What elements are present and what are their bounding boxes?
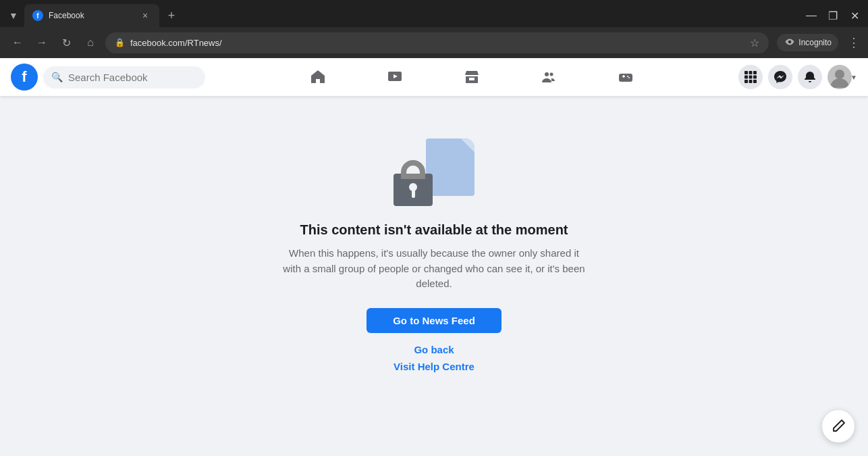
window-controls: — ❐ ✕ [803, 7, 863, 24]
main-content: This content isn't available at the mome… [0, 96, 868, 420]
search-icon: 🔍 [51, 72, 63, 82]
grid-menu-button[interactable] [738, 65, 763, 89]
svg-point-11 [627, 76, 628, 77]
error-description: When this happens, it's usually because … [279, 246, 589, 292]
svg-point-0 [788, 41, 792, 44]
tab-close-button[interactable]: × [139, 9, 151, 22]
close-button[interactable]: ✕ [846, 7, 863, 24]
incognito-label: Incognito [798, 38, 832, 47]
lock-shackle [401, 160, 425, 179]
error-illustration [394, 138, 474, 206]
browser-tab[interactable]: f Facebook × [24, 4, 159, 27]
svg-point-12 [628, 77, 630, 78]
nav-home[interactable] [281, 61, 355, 93]
error-container: This content isn't available at the mome… [265, 111, 603, 405]
nav-watch[interactable] [358, 61, 432, 93]
svg-rect-21 [753, 80, 757, 83]
back-button[interactable]: ← [8, 33, 27, 52]
nav-center [205, 61, 738, 93]
svg-rect-20 [749, 80, 753, 83]
minimize-button[interactable]: — [803, 7, 819, 24]
facebook-app: f 🔍 [0, 58, 868, 420]
facebook-logo[interactable]: f [11, 64, 38, 91]
svg-rect-17 [749, 76, 753, 79]
incognito-icon [784, 36, 796, 49]
home-button[interactable]: ⌂ [81, 33, 100, 52]
svg-rect-14 [749, 71, 753, 74]
user-avatar [828, 65, 852, 89]
browser-menu-button[interactable]: ⋮ [848, 35, 860, 50]
forward-button[interactable]: → [32, 33, 51, 52]
notifications-button[interactable] [798, 65, 822, 89]
avatar-chevron: ▼ [850, 74, 857, 81]
incognito-indicator: Incognito [777, 34, 838, 51]
svg-point-1 [786, 41, 788, 43]
maximize-button[interactable]: ❐ [825, 7, 841, 24]
browser-chrome: ▼ f Facebook × + — ❐ ✕ ← → ↻ ⌂ 🔒 faceboo… [0, 0, 868, 58]
lock-icon: 🔒 [115, 38, 125, 47]
address-field[interactable]: 🔒 facebook.com/RTnews/ ☆ [105, 32, 769, 53]
svg-rect-7 [619, 74, 632, 82]
svg-rect-15 [753, 71, 757, 74]
file-shape [426, 138, 474, 196]
search-input[interactable] [68, 72, 190, 83]
tab-bar: ▼ f Facebook × + — ❐ ✕ [0, 0, 868, 27]
nav-gaming[interactable] [589, 61, 663, 93]
lock-keyhole [408, 183, 418, 198]
go-to-news-feed-button[interactable]: Go to News Feed [367, 308, 501, 333]
svg-point-5 [545, 72, 549, 76]
svg-point-6 [550, 73, 553, 76]
avatar-area[interactable]: ▼ [828, 65, 857, 89]
nav-right: ▼ [738, 65, 857, 89]
visit-help-centre-link[interactable]: Visit Help Centre [279, 361, 589, 372]
tab-favicon: f [32, 10, 43, 21]
refresh-button[interactable]: ↻ [57, 33, 76, 52]
svg-rect-19 [744, 80, 748, 83]
url-text: facebook.com/RTnews/ [130, 38, 222, 48]
nav-groups[interactable] [512, 61, 586, 93]
svg-rect-16 [744, 76, 748, 79]
tab-list-button[interactable]: ▼ [5, 7, 22, 24]
messenger-button[interactable] [768, 65, 792, 89]
nav-marketplace[interactable] [435, 61, 509, 93]
error-title: This content isn't available at the mome… [279, 222, 589, 238]
search-box[interactable]: 🔍 [43, 66, 205, 88]
svg-rect-13 [744, 71, 748, 74]
go-back-link[interactable]: Go back [279, 344, 589, 355]
tab-title: Facebook [49, 11, 134, 20]
facebook-header: f 🔍 [0, 58, 868, 96]
svg-point-23 [835, 70, 844, 79]
svg-rect-18 [753, 76, 757, 79]
address-bar: ← → ↻ ⌂ 🔒 facebook.com/RTnews/ ☆ Incogni… [0, 27, 868, 58]
bookmark-icon[interactable]: ☆ [750, 36, 759, 49]
svg-point-2 [792, 41, 794, 43]
new-tab-button[interactable]: + [162, 6, 181, 25]
